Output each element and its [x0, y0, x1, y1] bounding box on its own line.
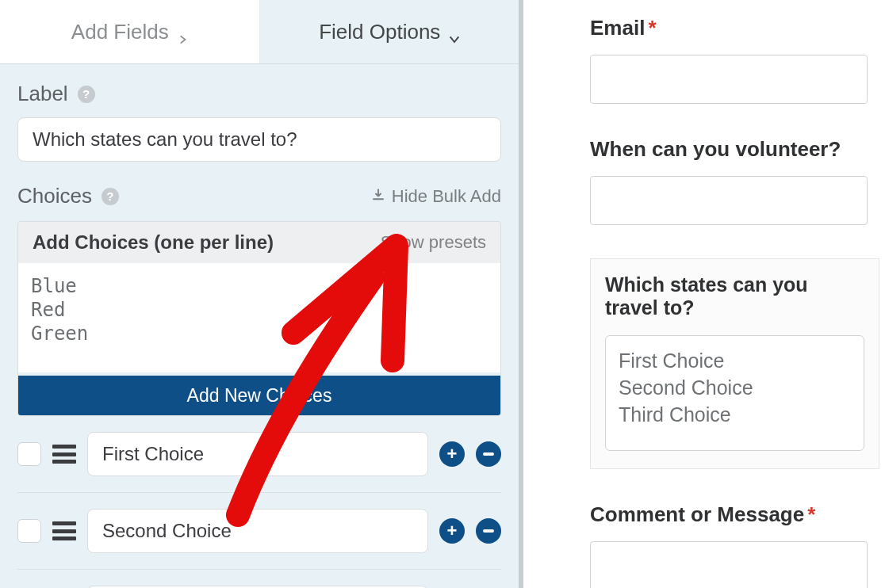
choice-input[interactable]: [87, 432, 428, 476]
label-section-title: Label ?: [17, 82, 501, 106]
form-preview: Email* When can you volunteer? Which sta…: [523, 0, 885, 588]
choices-title-text: Choices: [17, 184, 92, 208]
bulk-add-box: Add Choices (one per line) Show presets …: [17, 221, 501, 416]
email-field-block: Email*: [590, 16, 868, 104]
chevron-right-icon: [177, 26, 188, 37]
volunteer-input[interactable]: [590, 176, 868, 225]
option-item[interactable]: First Choice: [619, 347, 851, 374]
hide-bulk-text: Hide Bulk Add: [392, 186, 501, 207]
selected-field-card[interactable]: Which states can you travel to? First Ch…: [590, 258, 879, 469]
hide-bulk-add-link[interactable]: Hide Bulk Add: [371, 186, 501, 207]
email-label: Email*: [590, 16, 868, 40]
volunteer-label: When can you volunteer?: [590, 137, 868, 162]
add-new-choices-label: Add New Choices: [187, 385, 332, 407]
label-title-text: Label: [17, 82, 68, 106]
choice-row: +: [17, 493, 501, 570]
choice-row: +: [17, 416, 501, 493]
choice-row: +: [17, 570, 501, 588]
tab-add-fields[interactable]: Add Fields: [0, 0, 260, 63]
remove-choice-button[interactable]: [476, 441, 501, 467]
option-item[interactable]: Third Choice: [619, 401, 851, 428]
comment-textarea[interactable]: [590, 541, 868, 588]
bulk-head-title: Add Choices (one per line): [33, 231, 274, 254]
required-asterisk: *: [648, 16, 656, 40]
download-icon: [371, 186, 385, 207]
comment-label-text: Comment or Message: [590, 502, 804, 526]
bulk-head: Add Choices (one per line) Show presets: [18, 222, 500, 263]
panel-tabs: Add Fields Field Options: [0, 0, 519, 64]
add-choice-button[interactable]: +: [439, 518, 465, 544]
panel-body: Label ? Choices ? Hide Bulk Add Add Choi…: [0, 64, 519, 588]
choices-header: Choices ? Hide Bulk Add: [17, 184, 501, 208]
comment-field-block: Comment or Message*: [590, 502, 868, 588]
volunteer-field-block: When can you volunteer?: [590, 137, 868, 225]
tab-field-options-label: Field Options: [319, 20, 440, 44]
add-new-choices-button[interactable]: Add New Choices: [18, 376, 500, 415]
add-choice-button[interactable]: +: [439, 441, 465, 467]
drag-handle-icon[interactable]: [52, 445, 76, 464]
label-input[interactable]: [17, 117, 501, 162]
field-options-panel: Add Fields Field Options Label ? Choices…: [0, 0, 523, 588]
drag-handle-icon[interactable]: [52, 521, 76, 540]
help-icon[interactable]: ?: [78, 86, 95, 103]
choice-checkbox[interactable]: [17, 519, 41, 543]
chevron-down-icon: [448, 26, 459, 37]
choices-title: Choices ?: [17, 184, 119, 208]
choice-input[interactable]: [87, 509, 428, 553]
show-presets-link[interactable]: Show presets: [381, 232, 486, 253]
email-input[interactable]: [590, 55, 868, 104]
required-asterisk: *: [807, 502, 815, 526]
tab-add-fields-label: Add Fields: [71, 20, 169, 44]
states-label: Which states can you travel to?: [605, 273, 864, 319]
help-icon[interactable]: ?: [102, 188, 119, 205]
choice-checkbox[interactable]: [17, 442, 41, 466]
comment-label: Comment or Message*: [590, 502, 868, 527]
bulk-textarea[interactable]: [18, 263, 500, 372]
option-item[interactable]: Second Choice: [619, 374, 851, 401]
remove-choice-button[interactable]: [476, 518, 501, 544]
email-label-text: Email: [590, 16, 645, 40]
tab-field-options[interactable]: Field Options: [260, 0, 519, 63]
multi-select-box[interactable]: First Choice Second Choice Third Choice: [605, 335, 864, 451]
